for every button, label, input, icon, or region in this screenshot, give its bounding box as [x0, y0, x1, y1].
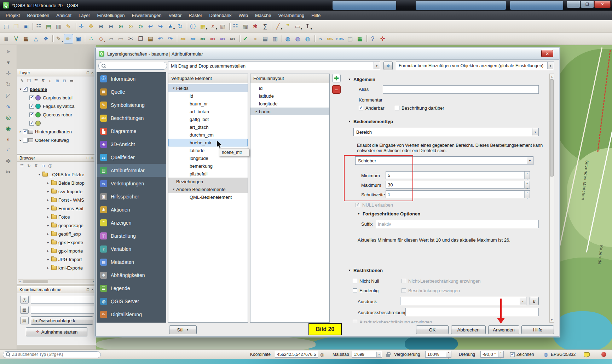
properties-tab[interactable]: ⓘ Information [97, 72, 166, 85]
menu-item[interactable]: Raster [185, 11, 206, 19]
rotation-spinbox[interactable]: -90,0 ° [480, 351, 504, 358]
properties-tab[interactable]: ☰ Legende [97, 282, 166, 295]
wfs-globe-icon[interactable]: ◍ [293, 34, 302, 44]
toggle-editing-icon[interactable]: ✏ [64, 34, 73, 44]
apply-button[interactable]: Anwenden [488, 325, 519, 334]
form-layout-row[interactable]: longitude [250, 100, 329, 108]
properties-tab[interactable]: ☷ Quellfelder [97, 151, 166, 164]
expression-builder-button[interactable] [530, 297, 539, 305]
lock-scale-icon[interactable] [386, 354, 390, 357]
symbol-visibility-checkbox[interactable] [29, 112, 34, 117]
available-element-row[interactable]: Beziehungen [168, 178, 248, 185]
offset-curve-icon[interactable]: ◜ [4, 145, 13, 155]
crs-coordinate-icon[interactable]: ◎ [20, 296, 29, 304]
section-advanced-options[interactable]: Fortgeschrittene Optionen [357, 211, 420, 216]
add-group-icon[interactable]: ❒ [26, 77, 32, 84]
properties-tab[interactable]: ∞ Verknüpfungen [97, 177, 166, 190]
expand-all-icon[interactable]: ⊞ [54, 77, 60, 84]
symbol-visibility-checkbox[interactable] [29, 121, 34, 126]
expander-icon[interactable] [46, 258, 51, 261]
horizontal-scrollbar[interactable]: ◂ ▸ [18, 279, 96, 283]
menu-item[interactable]: Bearbeiten [23, 11, 53, 19]
pin-labels-icon[interactable]: abc [198, 34, 208, 44]
scale-select[interactable]: 1:699 [352, 351, 382, 358]
db-manager-icon[interactable]: ▤ [260, 34, 270, 44]
label-settings-icon[interactable]: abc [188, 34, 198, 44]
browser-properties-icon[interactable]: ⓘ [47, 163, 53, 169]
available-element-row[interactable]: bemerkung [168, 162, 248, 170]
menu-item[interactable]: Web [235, 11, 252, 19]
crs-status[interactable]: EPSG:25832 [551, 350, 576, 359]
form-layout-row[interactable]: ▸ baum [250, 108, 329, 115]
legend-row[interactable] [17, 119, 96, 127]
browser-folder-row[interactable]: Forums-Beit [17, 204, 96, 213]
properties-tab[interactable]: ◈ 3D-Ansicht [97, 138, 166, 151]
offline-editing-icon[interactable]: ▥ [270, 34, 280, 44]
manage-themes-icon[interactable]: ☷ [33, 77, 39, 84]
simplify-feature-icon[interactable]: ∿ [4, 102, 13, 111]
layout-manager-icon[interactable]: ▥ [54, 22, 63, 31]
deselect-features-icon[interactable]: ▧ [218, 22, 227, 31]
form-mode-select[interactable]: Mit Drag and Drop zusammenstellen [168, 62, 380, 70]
browser-folder-row[interactable]: csv-Importe [17, 187, 96, 196]
browser-columns-icon[interactable]: ☷ [19, 163, 25, 169]
properties-tab[interactable]: ❞ Anzeigen [97, 216, 166, 229]
panel-float-icon[interactable] [86, 288, 89, 291]
section-general[interactable]: Allgemein [348, 77, 375, 82]
properties-tab[interactable]: ε Variablen [97, 242, 166, 255]
redo-icon[interactable]: ↷ [166, 34, 175, 44]
scale-feature-icon[interactable]: ◸ [4, 91, 13, 100]
extents-icon[interactable]: ◎ [320, 350, 324, 359]
zoom-to-layer-icon[interactable]: ⊚ [136, 22, 145, 31]
expander-icon[interactable] [18, 130, 23, 133]
browser-filter-icon[interactable]: ∇ [33, 163, 39, 169]
measure-icon[interactable]: ╱ [273, 22, 283, 31]
available-element-row[interactable]: pilzbefall [168, 170, 248, 178]
autoform-behavior-select[interactable]: Formular beim Hinzufügen von Objekten an… [396, 62, 554, 70]
legend-row[interactable]: Quercus robur [17, 110, 96, 119]
expander-icon[interactable] [46, 232, 51, 236]
properties-tab[interactable]: ◍ QGIS Server [97, 295, 166, 308]
zoom-last-icon[interactable]: ↩ [146, 22, 155, 31]
copy-features-icon[interactable]: ❐ [136, 34, 145, 44]
multiedit-icon[interactable]: ▱ [106, 34, 116, 44]
open-project-icon[interactable]: ❒ [11, 22, 21, 31]
menu-item[interactable]: Masche [252, 11, 275, 19]
kml-tools-icon[interactable]: KML [325, 34, 335, 44]
maximize-button[interactable] [581, 1, 594, 8]
expander-icon[interactable] [37, 173, 42, 176]
not-null-checkbox[interactable] [353, 279, 357, 283]
properties-tab[interactable]: ▣ Hilfsspeicher [97, 190, 166, 203]
move-feature-icon[interactable]: ✛ [4, 69, 13, 78]
python-console-icon[interactable]: Py [316, 34, 325, 44]
options-search-box[interactable] [98, 62, 167, 70]
panel-float-icon[interactable] [86, 71, 89, 75]
new-layout-icon[interactable]: ▤ [44, 22, 53, 31]
coordinate-y-field[interactable] [31, 306, 94, 314]
available-element-row[interactable]: hoehe_mtr [168, 139, 248, 146]
add-ring-icon[interactable]: ◎ [4, 112, 13, 122]
available-element-row[interactable]: art_botan [168, 108, 248, 115]
properties-tab[interactable]: ▤ Attributformular [97, 164, 166, 177]
menu-item[interactable]: Datenbank [206, 11, 235, 19]
spinner-buttons-icon[interactable] [524, 181, 530, 188]
available-element-row[interactable]: art_dtsch [168, 123, 248, 131]
unique-checkbox-row[interactable]: Eindeutig [353, 288, 379, 293]
expression-select[interactable] [400, 297, 526, 305]
open-layer-styling-icon[interactable]: ✎ [19, 77, 25, 84]
layer-visibility-checkbox[interactable] [23, 87, 28, 92]
expander-icon[interactable] [18, 138, 23, 142]
expander-icon[interactable] [18, 87, 23, 91]
style-manager-icon[interactable]: ✎ [64, 22, 73, 31]
identify-features-icon[interactable]: ⓘ [188, 22, 198, 31]
pointer-tool-icon[interactable]: ➤ [4, 47, 13, 56]
form-layout-row[interactable]: latitude [250, 92, 329, 100]
move-label-icon[interactable]: abc [218, 34, 227, 44]
browser-folder-row[interactable]: geopackage [17, 221, 96, 230]
print-layout-icon[interactable]: ☷ [34, 22, 44, 31]
current-edits-icon[interactable]: ✎ [54, 34, 63, 44]
collapse-all-icon[interactable]: ⊟ [61, 77, 68, 84]
help-button[interactable]: Hilfe [521, 325, 554, 334]
select-by-expression-icon[interactable]: ε [208, 22, 218, 31]
delete-selected-icon[interactable]: ▭ [116, 34, 126, 44]
